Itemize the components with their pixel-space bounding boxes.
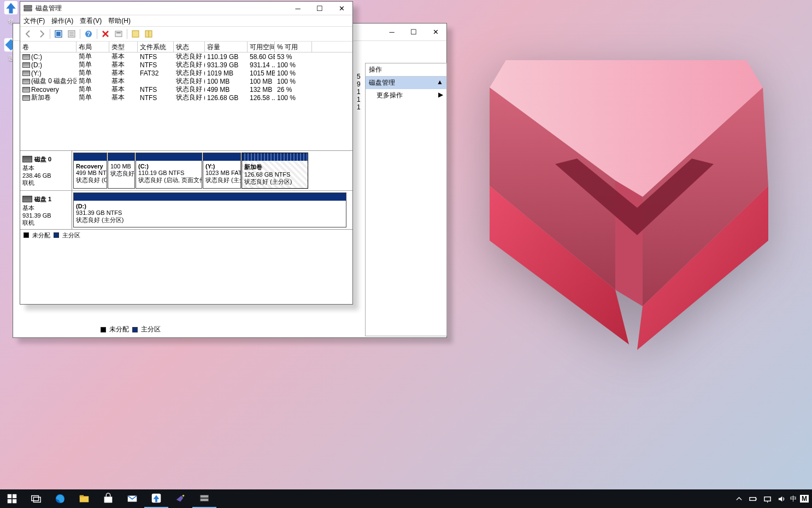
task-view-button[interactable] xyxy=(24,489,48,508)
volume-row[interactable]: (D:) 简单基本 NTFS状态良好 (... 931.39 GB931.14 … xyxy=(20,61,352,69)
col-status[interactable]: 状态 xyxy=(174,42,205,52)
disk-label: 磁盘 1 基本931.39 GB联机 xyxy=(20,191,72,229)
svg-rect-28 xyxy=(32,496,39,501)
actions-pane: 操作 磁盘管理▲更多操作▶ xyxy=(365,63,447,336)
start-button[interactable] xyxy=(0,489,24,508)
tb-view1-icon[interactable] xyxy=(130,28,142,40)
svg-rect-33 xyxy=(104,497,113,503)
edge-icon[interactable] xyxy=(48,489,72,508)
tb-props-icon[interactable] xyxy=(66,28,78,40)
tray-battery-icon[interactable] xyxy=(748,493,758,504)
partition[interactable]: (Y:) 1023 MB FAT 状态良好 (主分 xyxy=(203,153,241,189)
volume-list-header[interactable]: 卷 布局 类型 文件系统 状态 容量 可用空间 % 可用 xyxy=(20,42,352,52)
volume-row[interactable]: (磁盘 0 磁盘分区 2) 简单基本 状态良好 (... 100 MB100 M… xyxy=(20,77,352,85)
legend-unallocated-swatch xyxy=(23,232,29,238)
svg-rect-40 xyxy=(756,498,757,499)
menu-action[interactable]: 操作(A) xyxy=(51,16,73,26)
partition[interactable]: (C:) 110.19 GB NTFS 状态良好 (启动, 页面文件, xyxy=(136,153,202,189)
system-tray[interactable]: 中 M xyxy=(733,493,812,504)
svg-rect-39 xyxy=(749,497,755,500)
dm-minimize-button[interactable]: ─ xyxy=(287,2,309,15)
svg-rect-9 xyxy=(24,5,32,8)
tb-view2-icon[interactable] xyxy=(143,28,155,40)
svg-rect-19 xyxy=(115,31,122,37)
col-free[interactable]: 可用空间 xyxy=(248,42,275,52)
dm-titlebar[interactable]: 磁盘管理 ─ ☐ ✕ xyxy=(20,2,352,15)
dm-legend: 未分配 主分区 xyxy=(20,230,352,241)
dm-toolbar: ? xyxy=(20,26,352,42)
svg-rect-29 xyxy=(33,497,40,502)
desktop-icon-1[interactable]: 翎 xyxy=(2,0,20,25)
svg-rect-25 xyxy=(13,494,16,498)
col-percent[interactable]: % 可用 xyxy=(275,42,312,52)
svg-rect-38 xyxy=(201,499,209,501)
col-volume[interactable]: 卷 xyxy=(20,42,77,52)
volume-row[interactable]: 新加卷 简单基本 NTFS状态良好 (... 126.68 GB126.58 .… xyxy=(20,94,352,102)
disk-management-window[interactable]: 磁盘管理 ─ ☐ ✕ 文件(F) 操作(A) 查看(V) 帮助(H) ? 卷 布… xyxy=(20,1,353,305)
dm-close-button[interactable]: ✕ xyxy=(331,2,352,15)
tray-chevron-icon[interactable] xyxy=(733,493,744,504)
partition[interactable]: Recovery 499 MB NTFS 状态良好 (OEM xyxy=(73,153,107,189)
disk-label: 磁盘 0 基本238.46 GB联机 xyxy=(20,151,72,190)
svg-rect-20 xyxy=(116,32,121,33)
dm-menubar: 文件(F) 操作(A) 查看(V) 帮助(H) xyxy=(20,15,352,26)
partition[interactable]: 新加卷 126.68 GB NTFS 状态良好 (主分区) xyxy=(242,153,308,189)
col-capacity[interactable]: 容量 xyxy=(205,42,248,52)
legend-primary-label: 主分区 xyxy=(62,231,80,240)
tb-refresh-icon[interactable] xyxy=(52,28,64,40)
disk-row[interactable]: 磁盘 0 基本238.46 GB联机 Recovery 499 MB NTFS … xyxy=(20,151,352,190)
tb-fwd-button[interactable] xyxy=(36,28,48,40)
disk-graphical-view[interactable]: 磁盘 0 基本238.46 GB联机 Recovery 499 MB NTFS … xyxy=(20,151,352,230)
app2-icon[interactable] xyxy=(168,489,192,508)
svg-rect-10 xyxy=(24,9,32,11)
col-filesystem[interactable]: 文件系统 xyxy=(138,42,174,52)
disk-row[interactable]: 磁盘 1 基本931.39 GB联机 (D:) 931.39 GB NTFS 状… xyxy=(20,190,352,229)
partition[interactable]: (D:) 931.39 GB NTFS 状态良好 (主分区) xyxy=(73,192,346,227)
svg-point-36 xyxy=(183,495,185,497)
volume-row[interactable]: (C:) 简单基本 NTFS状态良好 (... 110.19 GB58.60 G… xyxy=(20,52,352,61)
tray-volume-icon[interactable] xyxy=(776,493,787,504)
file-explorer-icon[interactable] xyxy=(72,489,96,508)
disk-mgmt-taskbar-icon[interactable] xyxy=(192,489,216,508)
actions-item[interactable]: 磁盘管理▲ xyxy=(366,77,446,89)
dm-title: 磁盘管理 xyxy=(36,4,62,13)
side-number-strip: 5 9 1 1 1 xyxy=(357,73,361,111)
mail-icon[interactable] xyxy=(120,489,144,508)
svg-text:?: ? xyxy=(87,31,90,37)
app1-icon[interactable] xyxy=(144,489,168,508)
svg-rect-27 xyxy=(13,499,16,503)
legend-primary-swatch xyxy=(54,232,59,238)
svg-rect-12 xyxy=(56,32,61,36)
bg-minimize-button[interactable]: ─ xyxy=(381,24,403,41)
volume-row[interactable]: (Y:) 简单基本 FAT32状态良好 (... 1019 MB1015 MB … xyxy=(20,69,352,77)
bg-close-button[interactable]: ✕ xyxy=(425,24,446,41)
svg-rect-26 xyxy=(8,499,11,503)
svg-rect-32 xyxy=(80,495,84,498)
tb-help-icon[interactable]: ? xyxy=(83,28,95,40)
menu-file[interactable]: 文件(F) xyxy=(23,16,45,26)
tray-network-icon[interactable] xyxy=(762,493,773,504)
menu-view[interactable]: 查看(V) xyxy=(80,16,102,26)
dm-maximize-button[interactable]: ☐ xyxy=(309,2,331,15)
legend-unallocated-label: 未分配 xyxy=(32,231,50,240)
bg-legend: 未分配 主分区 xyxy=(101,325,161,334)
actions-item[interactable]: 更多操作▶ xyxy=(366,89,446,102)
tray-ime-label[interactable]: 中 xyxy=(790,494,797,504)
bg-maximize-button[interactable]: ☐ xyxy=(403,24,425,41)
tb-settings-icon[interactable] xyxy=(113,28,125,40)
col-layout[interactable]: 布局 xyxy=(77,42,109,52)
tray-m-label[interactable]: M xyxy=(800,495,809,503)
store-icon[interactable] xyxy=(96,489,120,508)
tb-delete-icon[interactable] xyxy=(99,28,111,40)
tb-back-button[interactable] xyxy=(22,28,34,40)
actions-header: 操作 xyxy=(366,63,446,77)
taskbar[interactable]: 中 M xyxy=(0,489,812,508)
partition[interactable]: 100 MB 状态良好 xyxy=(108,153,135,189)
volume-list[interactable]: 卷 布局 类型 文件系统 状态 容量 可用空间 % 可用 (C:) 简单基本 N… xyxy=(20,42,352,151)
volume-row[interactable]: Recovery 简单基本 NTFS状态良好 (... 499 MB132 MB… xyxy=(20,85,352,94)
col-type[interactable]: 类型 xyxy=(109,42,138,52)
svg-rect-41 xyxy=(764,497,770,501)
menu-help[interactable]: 帮助(H) xyxy=(108,16,131,26)
svg-rect-21 xyxy=(132,31,139,37)
svg-rect-37 xyxy=(201,495,209,498)
